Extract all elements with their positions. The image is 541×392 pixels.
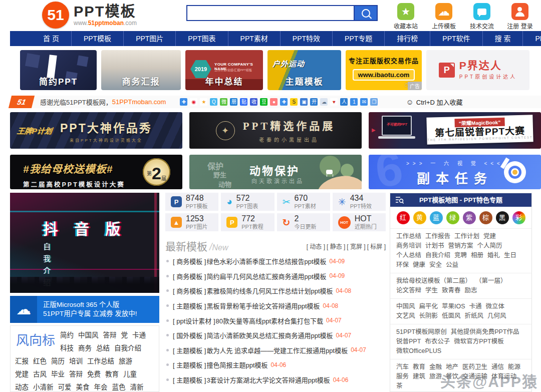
tag-link[interactable]: 我给母校送模板（第二届） bbox=[396, 276, 471, 286]
search-button[interactable] bbox=[355, 5, 378, 21]
tag-link[interactable]: 环保 bbox=[396, 260, 409, 270]
list-item[interactable]: [ 主题模板 ] 敢为人先 追求卓越——党建工作汇报通用ppt模板 04-07 bbox=[165, 343, 386, 358]
upload-template-link[interactable]: ☁↑ 上传模板 bbox=[429, 3, 459, 30]
list-item[interactable]: [ 主题模板 ] 黑板背景粉笔手绘论文答辩通用ppt模板 04-08 bbox=[165, 298, 386, 313]
tag-link[interactable]: 建筑 bbox=[413, 372, 425, 381]
banner-rapid-ppt-contest[interactable]: ▶ 不可能的PPT “荣耀MagicBook” 第七届锐普PPT大赛 THE 7… bbox=[369, 112, 541, 149]
tag-link[interactable]: 微软OfficePLUS bbox=[396, 346, 441, 356]
social-icon[interactable]: ✚ bbox=[280, 98, 288, 106]
color-dot[interactable]: 红 bbox=[397, 211, 410, 224]
tag-link[interactable]: 毕业 bbox=[51, 370, 65, 378]
social-icon[interactable]: 收 bbox=[250, 98, 257, 106]
tag-link[interactable]: 地产 bbox=[446, 362, 458, 372]
list-item[interactable]: [ 商务模板 ] 绿色水彩小清新季度工作总结报告ppt模板 04-09 bbox=[165, 254, 386, 269]
nav-item[interactable]: PPT专题 bbox=[333, 31, 385, 46]
list-item[interactable]: [ ppt设计素材 ] 80款矢量等高线ppt素材合集打包下载 04-07 bbox=[165, 313, 386, 328]
tag-link[interactable]: 婚礼 bbox=[487, 251, 500, 260]
microsoft-365-banner[interactable]: ☁ 正版Microsoft 365 个人版 51PPT用户专属 立减券 发放中! bbox=[10, 296, 159, 323]
tag-link[interactable]: 其他提供商免费PPT作品 bbox=[451, 327, 519, 337]
tag-link[interactable]: 交通运输 bbox=[462, 372, 487, 381]
tag-link[interactable]: 红色 bbox=[33, 357, 47, 365]
tag-link[interactable]: 教育 bbox=[413, 362, 425, 372]
tag-link[interactable]: 商务 bbox=[78, 344, 92, 352]
stat-cell[interactable]: ↻ 2 今日更新 bbox=[277, 213, 330, 231]
site-link[interactable]: 51PPTmoban.com bbox=[112, 98, 166, 106]
filter-link[interactable]: [ 标屏 ] bbox=[367, 242, 386, 250]
tag-link[interactable]: 能源 bbox=[508, 362, 520, 372]
tag-link[interactable]: 卡通 bbox=[469, 302, 482, 311]
tag-link[interactable]: 卡通 bbox=[132, 331, 146, 339]
tag-link[interactable]: 教育 bbox=[105, 370, 119, 378]
tag-link[interactable]: 营销方案 bbox=[448, 241, 473, 251]
social-icon[interactable]: ☁ bbox=[320, 98, 328, 106]
tag-link[interactable]: 文艺风 bbox=[396, 311, 415, 321]
tag-link[interactable]: 工作计划 bbox=[454, 232, 479, 241]
tag-link[interactable]: 医药卫生 bbox=[462, 362, 487, 372]
search-input[interactable] bbox=[186, 5, 355, 21]
tag-link[interactable]: 党 bbox=[121, 331, 128, 339]
nav-item[interactable]: PPT图表 bbox=[176, 31, 228, 46]
tag-link[interactable]: 个人总结 bbox=[396, 251, 421, 260]
tag-link[interactable]: 个人简历 bbox=[477, 241, 502, 251]
tag-link[interactable]: 免费 bbox=[87, 370, 101, 378]
social-icon[interactable]: 豆 bbox=[260, 98, 267, 106]
tag-link[interactable]: 简约 bbox=[60, 331, 74, 339]
tag-link[interactable]: 美食 bbox=[76, 383, 90, 391]
social-icon[interactable]: 开 bbox=[310, 98, 318, 106]
tag-link[interactable]: 小清新 bbox=[33, 383, 54, 391]
nav-item[interactable]: PPT特效 bbox=[281, 31, 333, 46]
favorite-site-link[interactable]: ★ 收藏本站 bbox=[391, 3, 421, 30]
tag-link[interactable]: 51PPT模板网原创 bbox=[396, 327, 447, 337]
tag-link[interactable]: 党建 bbox=[483, 232, 496, 241]
tag-link[interactable]: 致青春 bbox=[442, 286, 461, 295]
social-icon[interactable]: ▣ bbox=[300, 98, 308, 106]
banner-zhuti-moban[interactable]: 户外运动 主题模板 bbox=[267, 50, 341, 90]
nav-item[interactable]: PPT模板 bbox=[72, 31, 124, 46]
nav-item[interactable]: PPT软件 bbox=[430, 31, 482, 46]
stat-cell[interactable]: ◕ 572 PPT图表 bbox=[221, 193, 274, 211]
social-icon[interactable]: ★ bbox=[200, 98, 207, 106]
tag-link[interactable]: 中国风 bbox=[78, 331, 99, 339]
tag-link[interactable]: 党建 bbox=[15, 370, 29, 378]
color-dot[interactable]: 紫 bbox=[463, 211, 476, 224]
tag-link[interactable]: 餐饮 bbox=[446, 372, 458, 381]
tag-link[interactable]: 茶 bbox=[396, 381, 403, 391]
tech-exchange-link[interactable]: 技术交流 bbox=[467, 3, 497, 30]
tag-link[interactable]: 计划书 bbox=[425, 241, 444, 251]
tag-link[interactable]: 相册 bbox=[471, 251, 483, 260]
tag-link[interactable]: 简历 bbox=[51, 357, 65, 365]
nav-item[interactable]: 首 页 bbox=[31, 31, 72, 46]
banner-ibaotu-ad[interactable]: 专注正版版权交易作品 www.ibaotu.com ☝ 广告 bbox=[346, 50, 422, 90]
social-icon[interactable]: ✚ bbox=[180, 98, 187, 106]
filter-link[interactable]: [ 宽屏 ] bbox=[347, 242, 365, 250]
color-dot[interactable]: 黄 bbox=[413, 211, 426, 224]
site-logo[interactable]: 51 PPT模板 www.51pptmoban.com bbox=[42, 2, 137, 29]
color-dot[interactable]: 绿 bbox=[446, 211, 459, 224]
tag-link[interactable]: 布衣公子 bbox=[425, 337, 450, 346]
banner-shangwu-huibao[interactable]: 商务汇报 bbox=[101, 50, 181, 90]
banner-ppt-master-show[interactable]: 王牌P计划 PPT大神作品秀 来自PPT大神的设计灵感大全 bbox=[10, 112, 182, 149]
social-icon[interactable]: ◉ bbox=[190, 98, 197, 106]
tag-link[interactable]: 汽车 bbox=[396, 362, 409, 372]
tag-link[interactable]: 锐普PPT bbox=[396, 337, 421, 346]
social-icon[interactable]: ✉ bbox=[360, 98, 368, 106]
tag-link[interactable]: 旅游 bbox=[119, 357, 132, 365]
tag-link[interactable]: （第一届） bbox=[475, 276, 507, 286]
tag-link[interactable]: 长阴影 bbox=[419, 311, 438, 321]
color-dot[interactable]: 黑 bbox=[496, 211, 509, 224]
banner-jianyue-ppt[interactable]: 简约PPT bbox=[20, 50, 97, 90]
color-dot[interactable]: 彩 bbox=[512, 211, 525, 224]
wind-vane-title[interactable]: 风向标 bbox=[16, 330, 55, 348]
stat-cell[interactable]: P 772 PPT教程 bbox=[221, 213, 274, 231]
nav-item[interactable]: PPT素材 bbox=[228, 31, 281, 46]
tag-link[interactable]: 励志 bbox=[465, 286, 477, 295]
color-dot[interactable]: 蓝 bbox=[430, 211, 443, 224]
tag-link[interactable]: 扁平化 bbox=[419, 302, 438, 311]
tag-link[interactable]: 体育运动 bbox=[491, 372, 516, 381]
stat-cell[interactable]: P 8748 PPT模板 bbox=[165, 193, 218, 211]
tag-link[interactable]: 自我介绍 bbox=[425, 251, 450, 260]
tag-link[interactable]: 古风 bbox=[33, 370, 47, 378]
social-icon[interactable]: 1 bbox=[350, 98, 358, 106]
banner-pjiedaren[interactable]: P P界达人 PPT原创设计达人 bbox=[426, 50, 529, 90]
social-icon[interactable]: 人 bbox=[340, 98, 348, 106]
